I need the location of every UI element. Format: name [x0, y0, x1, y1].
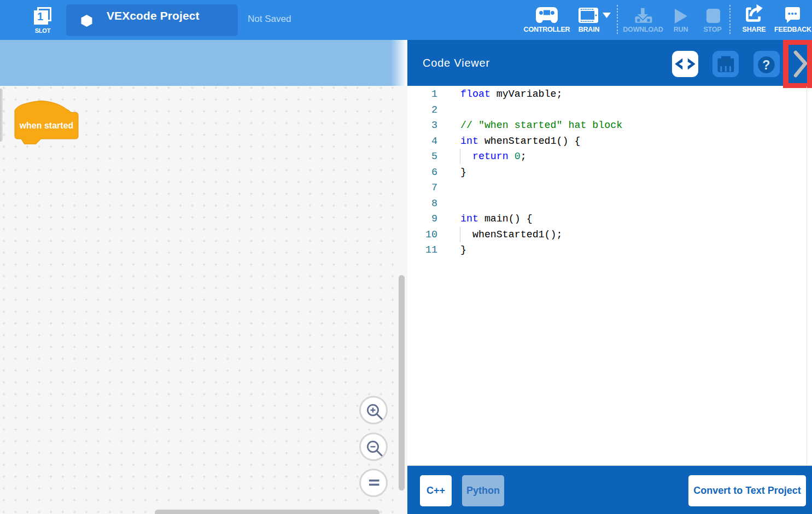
- svg-text:1: 1: [37, 10, 43, 22]
- svg-text:?: ?: [762, 58, 770, 72]
- svg-text:when started: when started: [19, 121, 74, 130]
